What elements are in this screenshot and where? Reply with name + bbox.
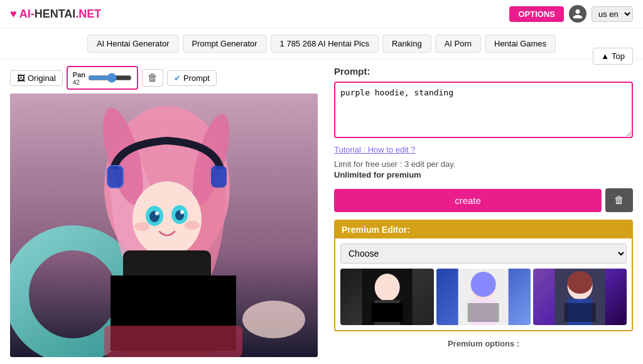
- prompt-button-label: Prompt: [183, 73, 210, 83]
- create-button[interactable]: create: [334, 189, 602, 212]
- svg-rect-22: [104, 326, 242, 357]
- image-container: [10, 94, 318, 357]
- options-button[interactable]: OPTIONS: [509, 6, 564, 22]
- nav-ranking[interactable]: Ranking: [382, 35, 431, 53]
- logo-hentai: HENTAI: [35, 8, 76, 20]
- header-right: OPTIONS us en fr de: [509, 5, 633, 23]
- account-icon[interactable]: [569, 5, 586, 23]
- unlimited-text: Unlimited for premium: [334, 170, 633, 179]
- svg-point-15: [155, 211, 159, 215]
- nav-ai-hentai-pics[interactable]: 1 785 268 AI Hentai Pics: [271, 35, 379, 53]
- heart-icon: ♥: [10, 8, 17, 21]
- right-panel: Prompt: purple hoodie, standing Tutorial…: [334, 66, 633, 357]
- chevron-up-icon: ▲: [601, 51, 609, 61]
- logo: ♥ AI-HENTAI.NET: [10, 8, 101, 21]
- pan-label: Pan: [73, 71, 85, 78]
- pan-sub: 42: [73, 79, 85, 86]
- prompt-textarea[interactable]: purple hoodie, standing: [334, 82, 633, 138]
- nav-prompt-generator[interactable]: Prompt Generator: [183, 35, 267, 53]
- prompt-button[interactable]: ✔ Prompt: [167, 70, 217, 86]
- logo-net: .NET: [75, 8, 101, 20]
- svg-point-16: [180, 210, 184, 214]
- pan-labels: Pan 42: [73, 70, 85, 86]
- original-label: Original: [28, 73, 56, 83]
- language-select[interactable]: us en fr de: [592, 6, 633, 22]
- delete-button[interactable]: 🗑: [142, 69, 163, 87]
- logo-text: AI-HENTAI.NET: [19, 8, 102, 21]
- create-row: create 🗑: [334, 188, 633, 212]
- nav-ai-porn[interactable]: AI Porn: [435, 35, 481, 53]
- anime-image: [10, 94, 318, 357]
- top-button[interactable]: ▲ Top: [593, 48, 633, 65]
- premium-editor: Premium Editor: Choose Option 1 Option 2…: [334, 220, 633, 331]
- clear-button[interactable]: 🗑: [605, 188, 633, 212]
- pan-control: Pan 42: [67, 66, 138, 90]
- svg-point-17: [134, 222, 149, 231]
- svg-point-24: [375, 274, 400, 301]
- pan-slider[interactable]: [88, 73, 132, 83]
- logo-ai: AI-: [19, 8, 35, 20]
- tutorial-link[interactable]: Tutorial : How to edit ?: [334, 145, 633, 154]
- svg-rect-26: [372, 303, 403, 322]
- premium-editor-header: Premium Editor:: [335, 221, 632, 238]
- premium-options-label: Premium options :: [334, 339, 633, 348]
- limit-info: Limit for free user : 3 edit per day. Un…: [334, 159, 633, 179]
- nav-hentai-games[interactable]: Hentai Games: [485, 35, 556, 53]
- svg-rect-9: [211, 166, 227, 188]
- top-label: Top: [612, 51, 625, 61]
- main-content: 🖼 Original Pan 42 🗑 ✔ Prompt: [0, 60, 643, 363]
- checkmark-icon: ✔: [174, 73, 181, 83]
- svg-rect-36: [564, 303, 595, 322]
- preview-image-2[interactable]: [436, 269, 530, 325]
- preview-images: [340, 269, 627, 325]
- header: ♥ AI-HENTAI.NET OPTIONS us en fr de: [0, 0, 643, 28]
- svg-point-21: [242, 301, 305, 338]
- trash-icon: 🗑: [614, 195, 624, 205]
- preview-image-3[interactable]: [533, 269, 627, 325]
- choose-select[interactable]: Choose Option 1 Option 2 Option 3: [340, 244, 627, 264]
- nav-ai-hentai-generator[interactable]: AI Hentai Generator: [87, 35, 179, 53]
- navigation-bar: AI Hentai Generator Prompt Generator 1 7…: [0, 28, 643, 60]
- svg-rect-31: [468, 303, 499, 322]
- limit-free-text: Limit for free user : 3 edit per day.: [334, 159, 455, 169]
- prompt-heading: Prompt:: [334, 66, 633, 77]
- svg-rect-7: [107, 166, 123, 188]
- svg-point-10: [132, 181, 202, 257]
- left-panel: 🖼 Original Pan 42 🗑 ✔ Prompt: [10, 66, 324, 357]
- svg-point-29: [471, 272, 496, 297]
- image-toolbar: 🖼 Original Pan 42 🗑 ✔ Prompt: [10, 66, 324, 90]
- svg-point-18: [185, 221, 200, 230]
- image-icon: 🖼: [17, 73, 25, 83]
- premium-editor-body: Choose Option 1 Option 2 Option 3: [335, 238, 632, 330]
- preview-image-1[interactable]: [340, 269, 434, 325]
- svg-point-34: [567, 271, 592, 294]
- original-button[interactable]: 🖼 Original: [10, 70, 63, 86]
